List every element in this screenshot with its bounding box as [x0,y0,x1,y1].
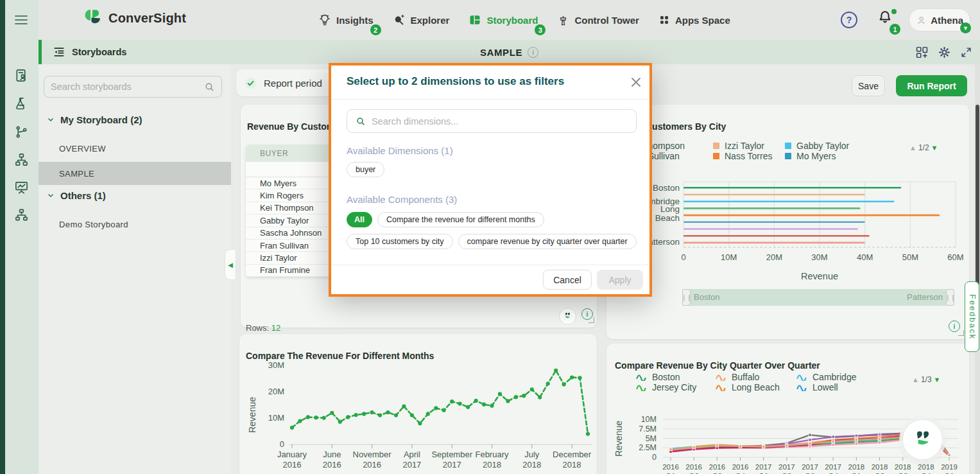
svg-text:Revenue: Revenue [801,271,838,281]
svg-text:20M: 20M [268,387,284,396]
dimension-search[interactable] [347,109,637,133]
svg-text:0: 0 [280,439,284,449]
svg-text:0: 0 [652,453,657,462]
settings-gear-icon[interactable] [938,46,951,59]
explorer-search-icon [393,13,406,26]
component-chip[interactable]: Top 10 customers by city [347,234,453,249]
svg-text:40M: 40M [857,252,873,262]
group-label: My Storyboard (2) [60,114,142,125]
bar-chart-plot: 010M20M30M40M50M60MBostonCambridgeLongBe… [606,105,969,285]
save-button[interactable]: Save [852,75,885,96]
nav-insights[interactable]: Insights 2 [318,13,374,26]
left-icon-rail [0,0,39,474]
close-icon[interactable] [630,76,642,88]
assistant-mini-icon[interactable] [559,308,576,325]
nav-explorer-label: Explorer [411,15,450,26]
storyboard-search[interactable] [44,76,222,98]
component-chip[interactable]: compare revenue by city quarter over qua… [458,234,637,249]
brand-logo[interactable]: ConverSight [83,9,186,27]
available-dimensions-header: Available Dimensions (1) [347,145,453,156]
svg-text:2017Q2: 2017Q2 [778,463,795,474]
svg-text:30M: 30M [811,252,827,262]
svg-text:Beach: Beach [655,213,680,223]
svg-text:20M: 20M [766,252,782,262]
add-widget-icon[interactable] [915,46,929,59]
slider-handle-left[interactable]: ❘❘ [682,289,691,306]
nav-insights-label: Insights [336,15,374,26]
sidebar-item-sample[interactable]: SAMPLE [39,162,231,185]
storyboard-icon [469,13,481,26]
svg-text:Boston: Boston [653,183,680,193]
rows-count-value: 12 [271,323,280,333]
sidebar-item-demo-storyboard[interactable]: Demo Storyboard [39,213,231,236]
sidebar-item-overview[interactable]: OVERVIEW [39,137,231,160]
insights-bulb-icon [318,13,331,26]
sidebar-group-my-storyboard[interactable]: My Storyboard (2) [39,112,231,127]
expand-icon[interactable] [960,46,972,58]
apps-grid-icon [658,14,670,26]
sidebar-collapse-toggle[interactable]: ◀ [225,249,236,280]
user-menu-caret-icon: ▼ [960,22,971,33]
svg-text:2016Q1: 2016Q1 [662,463,679,474]
storyboard-header-bar: Storyboards SAMPLE i [39,40,980,64]
storyboard-badge: 3 [535,24,546,35]
org-chart-icon[interactable] [9,202,33,227]
cancel-button[interactable]: Cancel [543,270,592,290]
svg-text:0: 0 [681,252,685,262]
svg-text:2018Q2: 2018Q2 [872,463,888,474]
svg-text:2017Q1: 2017Q1 [755,463,772,474]
report-document-icon[interactable] [9,63,33,87]
component-chip-all[interactable]: All [347,212,372,227]
svg-text:July2018: July2018 [522,450,541,470]
git-branch-icon[interactable] [9,119,33,144]
component-chips: AllCompare the revenue for different mon… [347,212,649,249]
user-menu[interactable]: Athena ▼ [909,8,970,31]
feedback-tab[interactable]: Feedback [965,281,979,352]
hierarchy-icon[interactable] [9,147,33,171]
nav-control-tower-label: Control Tower [574,15,639,26]
nav-storyboard[interactable]: Storyboard 3 [469,13,538,26]
storyboards-sidebar: My Storyboard (2) OVERVIEW SAMPLE Others… [39,64,231,474]
svg-text:2017Q4: 2017Q4 [825,463,841,474]
nav-storyboard-label: Storyboard [486,15,538,26]
dimension-search-input[interactable] [372,116,628,127]
group-label: Others (1) [60,190,106,201]
modal-divider [331,99,649,100]
page-info-icon[interactable]: i [528,47,538,58]
conversight-logo-icon [83,9,103,27]
modal-footer-divider [331,265,649,265]
lab-flask-icon[interactable] [9,91,33,116]
hamburger-menu-icon[interactable] [9,8,33,32]
insights-badge: 2 [370,24,381,35]
athena-assistant-button[interactable] [903,420,942,459]
bell-status-dot [891,9,897,14]
modal-title: Select up to 2 dimensions to use as filt… [347,75,564,88]
apply-button[interactable]: Apply [597,270,643,290]
assistant-logo-icon [912,430,934,450]
run-report-button[interactable]: Run Report [896,75,967,96]
nav-explorer[interactable]: Explorer [393,13,450,26]
nav-apps-space[interactable]: Apps Space [658,14,730,26]
resize-handle[interactable] [589,317,594,323]
storyboard-search-input[interactable] [51,82,199,92]
brand-name: ConverSight [108,11,186,26]
svg-text:February2018: February2018 [475,450,509,470]
svg-text:5M: 5M [646,434,657,443]
svg-text:10M: 10M [721,252,737,262]
svg-text:2018Q3: 2018Q3 [895,463,911,474]
notifications-bell[interactable]: 1 [877,9,897,32]
svg-text:2017Q3: 2017Q3 [802,463,818,474]
svg-text:10M: 10M [641,415,657,424]
line-chart-plot: 010M20M30MJanuary2016June2016November201… [239,334,597,474]
slider-handle-right[interactable]: ❘❘ [946,289,954,306]
presentation-chart-icon[interactable] [9,175,33,199]
help-icon[interactable]: ? [841,12,857,28]
dimension-chip[interactable]: buyer [347,162,384,177]
search-icon [356,116,366,127]
component-chip[interactable]: Compare the revenue for different months [377,212,544,227]
sidebar-group-others[interactable]: Others (1) [39,188,231,203]
nav-control-tower[interactable]: Control Tower [557,14,639,26]
scrollbar-track[interactable] [975,64,980,474]
feedback-label: Feedback [968,294,977,340]
resize-handle[interactable] [958,330,964,336]
